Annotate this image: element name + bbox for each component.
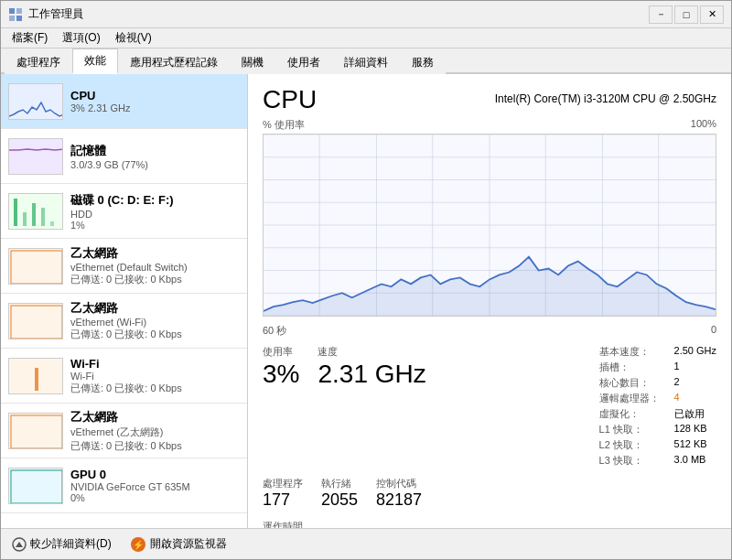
uptime-row: 運作時間 11:00:59:01 [263,520,716,528]
details-section: 基本速度： 2.50 GHz 插槽： 1 核心數目： 2 邏輯處理器： 4 虛擬… [599,345,716,468]
resource-item-eth1[interactable]: 乙太網路 vEthernet (Default Switch) 已傳送: 0 已… [1,239,247,294]
svg-rect-8 [50,221,54,226]
gpu-resource-info: GPU 0 NVIDIA GeForce GT 635M 0% [70,468,240,503]
cpu-graph [263,134,716,317]
svg-rect-10 [11,306,62,339]
open-monitor-button[interactable]: ⚡ 開啟資源監視器 [130,536,227,553]
eth1-resource-info: 乙太網路 vEthernet (Default Switch) 已傳送: 0 已… [70,245,240,286]
graph-label-row: % 使用率 100% [263,118,716,132]
virt-value: 已啟用 [674,407,716,421]
svg-rect-12 [11,415,62,448]
disk-resource-info: 磁碟 0 (C: D: E: F:) HDD 1% [70,192,240,231]
tab-users[interactable]: 使用者 [275,50,332,74]
cpu-model: Intel(R) Core(TM) i3-3120M CPU @ 2.50GHz [495,92,716,105]
wifi-name: Wi-Fi [70,357,240,371]
menu-view[interactable]: 檢視(V) [108,28,159,48]
x-axis-right: 0 [711,324,716,338]
svg-rect-9 [11,251,62,284]
disk-mini-graph [8,193,63,230]
eth1-detail1: vEthernet (Default Switch) [70,262,240,273]
handles-stat: 控制代碼 82187 [376,477,422,511]
tab-processes[interactable]: 處理程序 [5,50,72,74]
graph-axis-bottom: 60 秒 0 [263,324,716,338]
svg-rect-5 [23,212,27,226]
menu-options[interactable]: 選項(O) [55,28,107,48]
maximize-button[interactable]: □ [674,5,698,24]
resource-item-eth3[interactable]: 乙太網路 vEthernet (乙太網路) 已傳送: 0 已接收: 0 Kbps [1,404,247,458]
l3-label: L3 快取： [599,454,660,468]
disk-name: 磁碟 0 (C: D: E: F:) [70,192,240,209]
resource-item-eth2[interactable]: 乙太網路 vEthernet (Wi-Fi) 已傳送: 0 已接收: 0 Kbp… [1,294,247,349]
wifi-detail2: 已傳送: 0 已接收: 0 Kbps [70,382,240,395]
eth2-detail2: 已傳送: 0 已接收: 0 Kbps [70,328,240,341]
bottom-bar: 較少詳細資料(D) ⚡ 開啟資源監視器 [1,528,731,559]
processes-stat: 處理程序 177 [263,477,303,511]
cores-value: 2 [674,376,716,390]
sockets-label: 插槽： [599,361,660,374]
resource-item-gpu[interactable]: GPU 0 NVIDIA GeForce GT 635M 0% [1,458,247,513]
eth3-name: 乙太網路 [70,409,240,425]
processes-label: 處理程序 [263,477,303,490]
base-speed-label: 基本速度： [599,345,660,359]
svg-rect-1 [16,8,22,14]
window-title: 工作管理員 [28,6,83,22]
usage-label: 使用率 [263,345,299,359]
resource-item-wifi[interactable]: Wi-Fi Wi-Fi 已傳送: 0 已接收: 0 Kbps [1,349,247,404]
l3-value: 3.0 MB [674,454,716,468]
resource-item-memory[interactable]: 記憶體 3.0/3.9 GB (77%) [1,129,247,184]
tabs-bar: 處理程序 效能 應用程式歷程記錄 關機 使用者 詳細資料 服務 [1,48,731,74]
arrow-up-icon [12,537,27,552]
uptime-label: 運作時間 [263,520,350,528]
eth2-mini-graph [8,303,63,339]
logical-label: 邏輯處理器： [599,392,660,405]
stats-row: 使用率 3% 速度 2.31 GHz 基本速度： 2.50 GHz 插槽： 1 … [263,345,716,468]
tab-performance[interactable]: 效能 [72,48,118,74]
sockets-value: 1 [674,361,716,374]
minimize-button[interactable]: － [649,5,673,24]
wifi-mini-graph [8,358,63,394]
memory-name: 記憶體 [70,143,240,159]
cpu-mini-graph [8,83,63,120]
title-controls: － □ ✕ [649,5,724,24]
uptime-stat: 運作時間 11:00:59:01 [263,520,350,528]
less-detail-label: 較少詳細資料(D) [30,536,112,552]
svg-rect-3 [16,16,22,21]
main-content: CPU 3% 2.31 GHz 記憶體 3.0/3.9 GB (77%) [1,74,731,528]
tab-services[interactable]: 服務 [400,50,446,74]
eth3-detail1: vEthernet (乙太網路) [70,425,240,439]
less-detail-button[interactable]: 較少詳細資料(D) [12,536,112,552]
usage-value: 3% [263,359,299,390]
x-axis-left: 60 秒 [263,324,286,338]
speed-stat: 速度 2.31 GHz [318,345,425,468]
speed-label: 速度 [318,345,425,359]
threads-stat: 執行緒 2055 [321,477,358,511]
eth2-resource-info: 乙太網路 vEthernet (Wi-Fi) 已傳送: 0 已接收: 0 Kbp… [70,300,240,341]
svg-rect-4 [14,199,17,226]
cores-label: 核心數目： [599,376,660,390]
open-monitor-label: 開啟資源監視器 [150,536,227,552]
eth3-resource-info: 乙太網路 vEthernet (乙太網路) 已傳送: 0 已接收: 0 Kbps [70,409,240,453]
menu-file[interactable]: 檔案(F) [5,28,55,48]
svg-rect-6 [32,203,36,226]
base-speed-value: 2.50 GHz [674,345,716,359]
resource-item-disk[interactable]: 磁碟 0 (C: D: E: F:) HDD 1% [1,184,247,239]
tab-details[interactable]: 詳細資料 [332,50,400,74]
svg-marker-32 [16,542,23,547]
l1-value: 128 KB [674,423,716,436]
cpu-graph-svg [264,135,716,316]
cpu-panel-title: CPU [263,85,317,114]
cpu-detail: 3% 2.31 GHz [70,102,240,113]
tab-app-history[interactable]: 應用程式歷程記錄 [118,50,230,74]
svg-rect-0 [9,8,15,14]
left-panel: CPU 3% 2.31 GHz 記憶體 3.0/3.9 GB (77%) [1,74,248,528]
close-button[interactable]: ✕ [700,5,724,24]
disk-detail2: 1% [70,220,240,231]
handles-value: 82187 [376,490,422,511]
eth3-mini-graph [8,413,63,449]
svg-text:⚡: ⚡ [133,539,145,551]
tab-startup[interactable]: 關機 [230,50,275,74]
cpu-header: CPU Intel(R) Core(TM) i3-3120M CPU @ 2.5… [263,85,716,114]
svg-rect-11 [35,368,38,391]
resource-item-cpu[interactable]: CPU 3% 2.31 GHz [1,74,247,129]
y-axis-label: % 使用率 [263,118,305,132]
